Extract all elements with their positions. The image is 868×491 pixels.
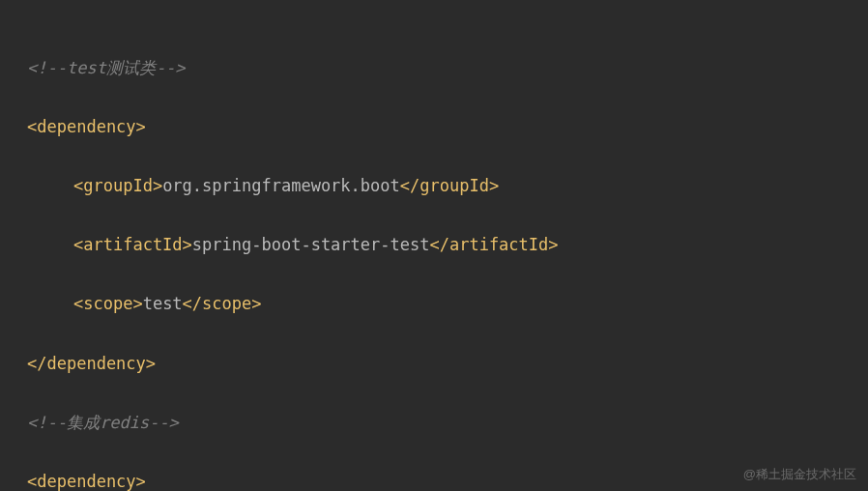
xml-comment: <!--集成redis--> <box>27 413 179 432</box>
code-block: <!--test测试类--> <dependency> <groupId>org… <box>27 23 841 491</box>
dependency-open-tag: <dependency> <box>27 117 146 136</box>
dependency-close-tag: </dependency> <box>27 354 156 373</box>
scope-open: <scope> <box>73 294 143 313</box>
dependency-open-tag: <dependency> <box>27 472 146 491</box>
scope-close: </scope> <box>183 294 262 313</box>
groupid-close: </groupId> <box>400 176 499 195</box>
artifactid-value: spring-boot-starter-test <box>192 235 430 254</box>
artifactid-open: <artifactId> <box>73 235 192 254</box>
watermark-text: @稀土掘金技术社区 <box>743 463 856 485</box>
scope-value: test <box>143 294 183 313</box>
groupid-value: org.springframework.boot <box>162 176 400 195</box>
xml-comment: <!--test测试类--> <box>27 58 186 77</box>
artifactid-close: </artifactId> <box>429 235 558 254</box>
groupid-open: <groupId> <box>73 176 162 195</box>
